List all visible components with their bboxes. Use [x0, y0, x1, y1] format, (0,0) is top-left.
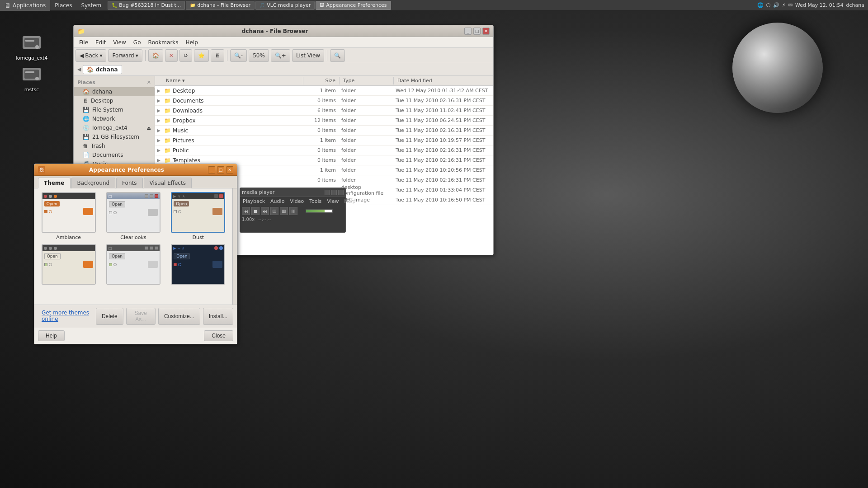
sidebar-item-21gb[interactable]: 💾 21 GB Filesystem: [74, 132, 155, 141]
theme-scroll-content[interactable]: Open: [34, 188, 232, 305]
sidebar-item-filesystem[interactable]: 💾 File System: [74, 105, 155, 114]
get-themes-link[interactable]: Get more themes online: [38, 308, 93, 325]
task-bug-report[interactable]: 🐛 Bug #563218 in Dust t...: [108, 1, 185, 10]
col-type[interactable]: Type: [340, 77, 394, 84]
tab-fonts[interactable]: Fonts: [116, 178, 142, 188]
panel-user[interactable]: dchana: [846, 2, 864, 8]
task-file-browser[interactable]: 📁 dchana - File Browser: [186, 1, 255, 10]
vlc-btn-6[interactable]: ▥: [289, 207, 297, 215]
close-button[interactable]: Close: [204, 330, 233, 341]
sidebar-item-dchana[interactable]: 🏠 dchana: [74, 87, 155, 96]
back-button[interactable]: ◀Back ▾: [75, 49, 106, 62]
delete-button[interactable]: Delete: [96, 308, 123, 325]
ap-maximize[interactable]: □: [217, 166, 224, 174]
vlc-maximize[interactable]: [331, 190, 337, 195]
sidebar-item-iomega[interactable]: 💿 Iomega_ext4 ⏏: [74, 123, 155, 132]
taskbar: 🐛 Bug #563218 in Dust t... 📁 dchana - Fi…: [108, 1, 391, 10]
task-appearance[interactable]: 🖼 Appearance Preferences: [316, 1, 391, 10]
vlc-menu-video[interactable]: Video: [287, 198, 307, 204]
view-mode[interactable]: List View: [292, 49, 324, 62]
tab-background[interactable]: Background: [71, 178, 116, 188]
menu-bookmarks[interactable]: Bookmarks: [144, 38, 182, 47]
vlc-btn-5[interactable]: ▦: [280, 207, 288, 215]
vlc-volume-bar[interactable]: [306, 209, 333, 213]
col-modified[interactable]: Date Modified: [394, 77, 493, 84]
table-row[interactable]: ▶ 📁 Dropbox 12 items folder Tue 11 May 2…: [155, 116, 493, 126]
theme-clearlooks[interactable]: □ Open: [103, 192, 164, 240]
vlc-next[interactable]: ⏭: [261, 207, 269, 215]
theme-preview-dust: ▶ ∨ ∧ Open: [171, 192, 225, 233]
eject-icon[interactable]: ⏏: [147, 126, 151, 131]
desktop-icon-mstsc[interactable]: mstsc: [14, 63, 50, 93]
computer-button[interactable]: 🖥: [211, 49, 224, 62]
table-row[interactable]: ▶ 📁 Downloads 6 items folder Tue 11 May …: [155, 106, 493, 116]
ap-minimize[interactable]: _: [208, 166, 215, 174]
menu-edit[interactable]: Edit: [92, 38, 109, 47]
menu-help[interactable]: Help: [182, 38, 202, 47]
tab-theme[interactable]: Theme: [38, 178, 71, 188]
ap-bottom-buttons: Get more themes online Delete Save As...…: [34, 305, 237, 328]
sidebar-item-documents[interactable]: 📄 Documents: [74, 150, 155, 160]
theme-dark[interactable]: ▶ ─ ∧ Open: [168, 244, 229, 286]
panel-mail-icon: ✉: [788, 2, 793, 8]
ap-close[interactable]: ✕: [226, 166, 233, 174]
help-button[interactable]: Help: [38, 330, 65, 341]
vlc-menu-tools[interactable]: Tools: [307, 198, 324, 204]
places-close[interactable]: ✕: [147, 80, 151, 85]
location-breadcrumb[interactable]: 🏠 dchana: [83, 65, 122, 74]
toolbar-sep-1: [145, 50, 146, 61]
theme-scrollbar[interactable]: [232, 188, 237, 305]
vlc-btn-4[interactable]: ▤: [270, 207, 278, 215]
bookmarks-button[interactable]: ⭐: [194, 49, 209, 62]
vlc-menu-view[interactable]: View: [324, 198, 341, 204]
theme-ambiance[interactable]: Open: [38, 192, 99, 240]
table-row[interactable]: ▶ 📁 Public 0 items folder Tue 11 May 201…: [155, 145, 493, 155]
file-browser-close[interactable]: ✕: [482, 28, 490, 35]
table-row[interactable]: ▶ 📁 Music 0 items folder Tue 11 May 2010…: [155, 126, 493, 136]
table-row[interactable]: ▶ 📁 Pictures 1 item folder Tue 11 May 20…: [155, 136, 493, 145]
sidebar-item-desktop[interactable]: 🖥 Desktop: [74, 96, 155, 105]
table-row[interactable]: ▶ 📁 Documents 0 items folder Tue 11 May …: [155, 96, 493, 106]
vlc-prev[interactable]: ⏮: [242, 207, 250, 215]
file-browser-maximize[interactable]: □: [473, 28, 481, 35]
panel-datetime[interactable]: Wed May 12, 01:54: [795, 2, 843, 8]
forward-button[interactable]: Forward ▾: [108, 49, 142, 62]
install-button[interactable]: Install...: [203, 308, 233, 325]
vlc-menu-audio[interactable]: Audio: [268, 198, 287, 204]
documents-icon: 📄: [83, 152, 90, 158]
theme-dust[interactable]: ▶ ∨ ∧ Open: [168, 192, 229, 240]
zoom-out[interactable]: 🔍-: [230, 49, 247, 62]
task-vlc[interactable]: 🎵 VLC media player: [255, 1, 315, 10]
drive-icon-1: 💿: [83, 125, 90, 131]
theme-4[interactable]: Open: [38, 244, 99, 286]
applications-menu[interactable]: 🖥 Applications: [0, 0, 50, 11]
theme-preview-ambiance: Open: [42, 192, 96, 233]
zoom-in[interactable]: 🔍+: [271, 49, 290, 62]
theme-5[interactable]: □ Open: [103, 244, 164, 286]
table-row[interactable]: ▶ 📁 Desktop 1 item folder Wed 12 May 201…: [155, 86, 493, 96]
col-name[interactable]: Name ▾: [162, 77, 303, 84]
vlc-minimize[interactable]: [325, 190, 330, 195]
customize-button[interactable]: Customize...: [158, 308, 200, 325]
menu-view[interactable]: View: [109, 38, 129, 47]
menu-file[interactable]: File: [75, 38, 92, 47]
places-menu[interactable]: Places: [50, 0, 76, 11]
appearance-titlebar: 🖼 Appearance Preferences _ □ ✕: [34, 164, 237, 176]
desktop-icon-iomega[interactable]: Iomega_ext4: [14, 32, 50, 61]
file-browser-minimize[interactable]: _: [464, 28, 472, 35]
sidebar-item-trash[interactable]: 🗑 Trash: [74, 141, 155, 150]
tab-visual-effects[interactable]: Visual Effects: [144, 178, 192, 188]
home-button[interactable]: 🏠: [148, 49, 163, 62]
vlc-stop[interactable]: ⏹: [251, 207, 259, 215]
stop-button[interactable]: ✕: [165, 49, 178, 62]
vlc-menu-help[interactable]: Help: [341, 198, 358, 204]
vlc-menu-playback[interactable]: Playback: [240, 198, 268, 204]
menu-go[interactable]: Go: [130, 38, 145, 47]
sidebar-item-network[interactable]: 🌐 Network: [74, 114, 155, 123]
system-menu[interactable]: System: [76, 0, 106, 11]
col-size[interactable]: Size: [303, 77, 340, 84]
search-button[interactable]: 🔍: [330, 49, 345, 62]
vlc-close[interactable]: [338, 190, 344, 195]
refresh-button[interactable]: ↺: [179, 49, 192, 62]
save-as-button[interactable]: Save As...: [126, 308, 156, 325]
